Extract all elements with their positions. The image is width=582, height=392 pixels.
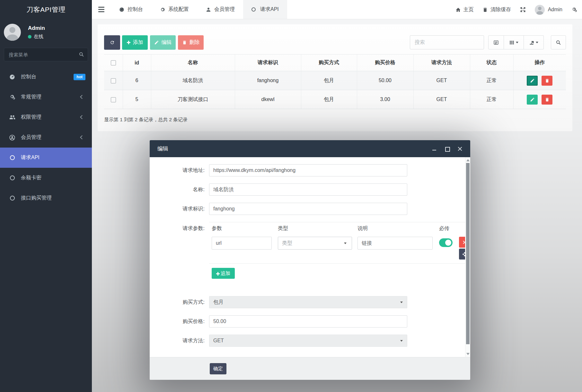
confirm-button[interactable]: 确定 bbox=[210, 363, 226, 374]
dialog-footer: 确定 bbox=[150, 357, 470, 380]
sidebar-item-permissions[interactable]: 权限管理 bbox=[0, 107, 92, 127]
settings-gears-icon[interactable] bbox=[571, 6, 578, 13]
scrollbar-thumb[interactable] bbox=[466, 163, 470, 344]
field-label: 请求标识: bbox=[150, 206, 209, 212]
price-input[interactable] bbox=[209, 315, 407, 328]
circle-o-icon bbox=[8, 195, 16, 202]
form-row-params: 请求参数: 参数 类型 说明 必传 类型 bbox=[150, 222, 461, 264]
scroll-up-icon[interactable] bbox=[466, 159, 470, 161]
sidebar-item-label: 余额卡密 bbox=[21, 175, 41, 181]
sidebar-item-dashboard[interactable]: 控制台 hot bbox=[0, 67, 92, 87]
export-dropdown-button[interactable] bbox=[524, 35, 544, 49]
select-all-checkbox[interactable] bbox=[111, 60, 116, 65]
row-edit-button[interactable] bbox=[527, 76, 538, 86]
sidebar-item-request-api[interactable]: 请求API bbox=[0, 148, 92, 168]
sidebar-item-members[interactable]: 会员管理 bbox=[0, 127, 92, 148]
sidebar: 刀客API管理 Admin 在线 控制台 hot 常规管理 权 bbox=[0, 0, 92, 392]
dialog-scrollbar[interactable] bbox=[465, 157, 470, 357]
gauge-icon bbox=[119, 7, 125, 13]
minimize-icon[interactable] bbox=[432, 146, 437, 151]
fullscreen-icon[interactable] bbox=[520, 6, 526, 13]
add-label: 添加 bbox=[133, 39, 143, 46]
sidebar-item-label: 接口购买管理 bbox=[21, 195, 52, 201]
table-row: 5 刀客测试接口 dkewl 包月 3.00 GET 正常 bbox=[104, 90, 566, 109]
row-checkbox[interactable] bbox=[111, 78, 116, 83]
divider bbox=[209, 263, 466, 264]
edit-button[interactable]: 编辑 bbox=[150, 35, 176, 50]
dialog-header[interactable]: 编辑 bbox=[150, 140, 470, 157]
user-name: Admin bbox=[28, 25, 45, 31]
hamburger-menu-icon[interactable] bbox=[92, 0, 110, 19]
col-header-actions: 操作 bbox=[513, 55, 566, 71]
tab-dashboard[interactable]: 控制台 bbox=[110, 0, 151, 19]
select-value: GET bbox=[213, 338, 224, 344]
field-label: 请求参数: bbox=[150, 222, 209, 232]
close-icon[interactable] bbox=[457, 146, 463, 151]
tab-system-config[interactable]: 系统配置 bbox=[151, 0, 197, 19]
sidebar-item-label: 常规管理 bbox=[21, 94, 41, 100]
sidebar-search-input[interactable] bbox=[4, 48, 88, 61]
refresh-icon bbox=[110, 40, 115, 45]
maximize-icon[interactable] bbox=[445, 146, 450, 151]
edit-label: 编辑 bbox=[162, 39, 172, 46]
caret-down-icon bbox=[516, 42, 518, 43]
search-icon[interactable] bbox=[79, 52, 84, 57]
pencil-icon bbox=[530, 97, 535, 102]
delete-button[interactable]: 删除 bbox=[178, 35, 204, 50]
sidebar-item-api-purchase[interactable]: 接口购买管理 bbox=[0, 188, 92, 208]
buy-type-select[interactable]: 包月 bbox=[209, 296, 407, 308]
clear-cache-label: 清除缓存 bbox=[490, 6, 511, 13]
sidebar-item-balance-cards[interactable]: 余额卡密 bbox=[0, 168, 92, 188]
edit-dialog: 编辑 请求地址: 名称: 请求标识: 请求参数: 参数 类型 bbox=[150, 140, 470, 380]
home-icon bbox=[455, 7, 461, 13]
table-search-input[interactable] bbox=[410, 35, 484, 49]
pencil-icon bbox=[154, 40, 159, 45]
cell-id: 6 bbox=[123, 71, 151, 90]
append-label: 追加 bbox=[221, 270, 230, 277]
field-label: 请求地址: bbox=[150, 167, 209, 174]
field-label: 购买方式: bbox=[150, 299, 209, 306]
col-header-identifier: 请求标识 bbox=[235, 55, 301, 71]
top-nav: 控制台 系统配置 会员管理 请求API 主页 清除缓存 bbox=[92, 0, 582, 19]
param-name-input[interactable] bbox=[212, 237, 272, 250]
append-param-button[interactable]: 追加 bbox=[212, 268, 235, 279]
grid-icon bbox=[509, 40, 515, 45]
identifier-input[interactable] bbox=[209, 203, 407, 215]
tab-members[interactable]: 会员管理 bbox=[197, 0, 243, 19]
table-toolbar: 添加 编辑 删除 bbox=[104, 35, 566, 50]
add-button[interactable]: 添加 bbox=[122, 35, 148, 50]
nav-right: 主页 清除缓存 Admin bbox=[455, 0, 578, 19]
row-delete-button[interactable] bbox=[542, 76, 552, 86]
cell-method: GET bbox=[413, 71, 470, 90]
select-value: 包月 bbox=[213, 299, 224, 306]
col-header-buy-type: 购买方式 bbox=[301, 55, 357, 71]
online-status-icon bbox=[28, 35, 31, 38]
name-input[interactable] bbox=[209, 183, 407, 196]
columns-dropdown-button[interactable] bbox=[504, 35, 524, 49]
method-select[interactable]: GET bbox=[209, 335, 407, 347]
toggle-pagination-button[interactable] bbox=[488, 35, 504, 49]
request-url-input[interactable] bbox=[209, 164, 407, 176]
tab-request-api[interactable]: 请求API bbox=[243, 0, 287, 19]
row-edit-button[interactable] bbox=[527, 95, 538, 105]
required-toggle[interactable] bbox=[439, 238, 453, 247]
row-checkbox[interactable] bbox=[111, 97, 116, 102]
toggle-knob bbox=[445, 239, 452, 246]
table-header-row: id 名称 请求标识 购买方式 购买价格 请求方法 状态 操作 bbox=[104, 55, 566, 71]
cell-buy-type: 包月 bbox=[301, 71, 357, 90]
user-circle-icon bbox=[8, 134, 16, 141]
select-placeholder: 类型 bbox=[282, 240, 292, 247]
field-label: 名称: bbox=[150, 186, 209, 193]
nav-user-menu[interactable]: Admin bbox=[535, 5, 562, 15]
clear-cache-link[interactable]: 清除缓存 bbox=[482, 6, 511, 13]
search-toggle-button[interactable] bbox=[551, 35, 566, 49]
sidebar-item-general[interactable]: 常规管理 bbox=[0, 87, 92, 107]
param-desc-input[interactable] bbox=[357, 237, 433, 250]
caret-down-icon bbox=[344, 243, 347, 244]
row-delete-button[interactable] bbox=[542, 95, 552, 105]
home-link[interactable]: 主页 bbox=[455, 6, 474, 13]
param-type-select[interactable]: 类型 bbox=[278, 237, 352, 250]
table-search bbox=[410, 35, 484, 49]
refresh-button[interactable] bbox=[104, 35, 120, 50]
scroll-down-icon[interactable] bbox=[466, 353, 470, 355]
